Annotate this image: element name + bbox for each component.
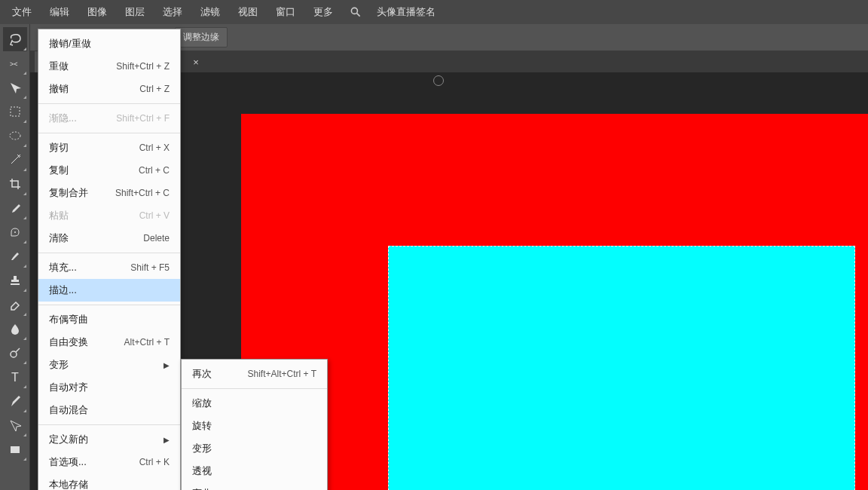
svg-rect-9	[11, 446, 20, 453]
tool-rectangle[interactable]	[3, 437, 27, 461]
tools-panel: ><T	[0, 24, 30, 490]
menu-item-首选项[interactable]: 首选项...Ctrl + K	[38, 451, 180, 473]
svg-text:><: ><	[10, 60, 18, 68]
tool-path-select[interactable]	[3, 413, 27, 437]
tool-magic-wand[interactable]	[3, 148, 27, 172]
transform-submenu: 再次Shift+Alt+Ctrl + T缩放旋转变形透视弯曲	[181, 359, 328, 490]
tool-move[interactable]	[3, 75, 27, 100]
menu-更多[interactable]: 更多	[304, 1, 342, 23]
menu-item-渐隐: 渐隐...Shift+Ctrl + F	[38, 107, 180, 130]
tool-eyedropper[interactable]	[3, 196, 27, 220]
submenu-item-变形[interactable]: 变形	[182, 437, 327, 460]
menu-视图[interactable]: 视图	[229, 1, 267, 23]
refine-edge-button[interactable]: 调整边缘	[175, 27, 228, 47]
tool-patch[interactable]	[3, 220, 27, 244]
menu-item-粘贴: 粘贴Ctrl + V	[38, 204, 180, 227]
svg-point-6	[11, 351, 17, 357]
rotation-center-marker	[433, 75, 444, 86]
tool-lasso[interactable]	[3, 27, 27, 51]
menu-separator	[38, 133, 180, 133]
svg-line-1	[357, 14, 360, 17]
submenu-item-透视[interactable]: 透视	[182, 460, 327, 482]
edit-menu-dropdown: 撤销/重做重做Shift+Ctrl + Z撤销Ctrl + Z渐隐...Shif…	[38, 29, 181, 490]
tool-scale-handle[interactable]: ><	[3, 51, 27, 75]
tool-pen[interactable]	[3, 389, 27, 413]
menu-item-自动对齐[interactable]: 自动对齐	[38, 376, 180, 399]
menu-item-复制[interactable]: 复制Ctrl + C	[38, 159, 180, 182]
menu-item-变形[interactable]: 变形▶	[38, 354, 180, 376]
menu-item-剪切[interactable]: 剪切Ctrl + X	[38, 136, 180, 159]
menu-选择[interactable]: 选择	[154, 1, 191, 23]
menu-item-复制合并[interactable]: 复制合并Shift+Ctrl + C	[38, 182, 180, 204]
submenu-item-缩放[interactable]: 缩放	[182, 392, 327, 415]
menu-编辑[interactable]: 编辑	[41, 1, 78, 23]
tool-brush[interactable]	[3, 244, 27, 268]
tool-ellipse-select[interactable]	[3, 124, 27, 148]
menu-item-布偶弯曲[interactable]: 布偶弯曲	[38, 308, 180, 331]
menu-item-自动混合[interactable]: 自动混合	[38, 399, 180, 421]
menu-item-描边[interactable]: 描边...	[38, 279, 180, 302]
menu-item-撤销[interactable]: 撤销Ctrl + Z	[38, 78, 180, 100]
cyan-selection[interactable]	[388, 246, 855, 490]
menu-item-自由变换[interactable]: 自由变换Alt+Ctrl + T	[38, 331, 180, 354]
menu-item-填充[interactable]: 填充...Shift + F5	[38, 256, 180, 279]
svg-point-5	[14, 231, 16, 233]
menu-item-定义新的[interactable]: 定义新的▶	[38, 428, 180, 451]
tool-text[interactable]: T	[3, 365, 27, 389]
menu-窗口[interactable]: 窗口	[267, 1, 304, 23]
submenu-item-旋转[interactable]: 旋转	[182, 415, 327, 437]
menu-item-清除[interactable]: 清除Delete	[38, 227, 180, 250]
menu-separator	[38, 305, 180, 305]
tool-stamp[interactable]	[3, 268, 27, 292]
submenu-item-弯曲[interactable]: 弯曲	[182, 482, 327, 490]
svg-point-0	[351, 8, 357, 14]
menu-图层[interactable]: 图层	[116, 1, 154, 23]
menu-item-本地存储[interactable]: 本地存储	[38, 473, 180, 490]
tool-blur[interactable]	[3, 317, 27, 341]
menubar: 文件编辑图像图层选择滤镜视图窗口更多头像直播签名	[0, 0, 868, 24]
menu-separator	[182, 388, 327, 389]
tool-marquee[interactable]	[3, 100, 27, 124]
submenu-item-再次[interactable]: 再次Shift+Alt+Ctrl + T	[182, 363, 327, 385]
menu-separator	[38, 103, 180, 104]
menu-item-撤销/重做[interactable]: 撤销/重做	[38, 32, 180, 55]
svg-point-4	[10, 132, 20, 139]
tool-crop[interactable]	[3, 172, 27, 196]
menu-滤镜[interactable]: 滤镜	[191, 1, 229, 23]
menubar-extra-link[interactable]: 头像直播签名	[369, 1, 443, 23]
menu-文件[interactable]: 文件	[3, 1, 41, 23]
menu-separator	[38, 253, 180, 253]
menu-separator	[38, 424, 180, 425]
tool-eraser[interactable]	[3, 292, 27, 317]
menu-item-重做[interactable]: 重做Shift+Ctrl + Z	[38, 55, 180, 78]
tab-close-button[interactable]: ×	[187, 51, 205, 72]
svg-rect-3	[11, 107, 20, 116]
svg-line-7	[16, 348, 20, 352]
menu-图像[interactable]: 图像	[78, 1, 116, 23]
search-icon[interactable]	[350, 6, 362, 18]
tool-dodge[interactable]	[3, 341, 27, 365]
svg-text:T: T	[11, 371, 19, 384]
